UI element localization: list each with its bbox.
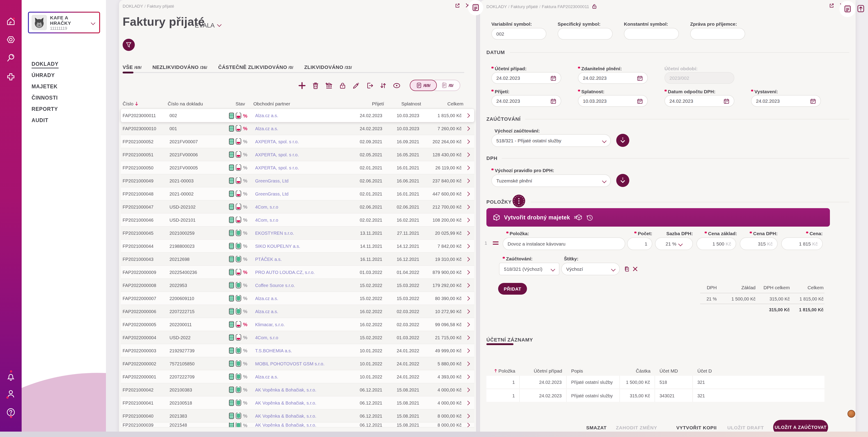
row-open-icon[interactable]: [465, 244, 470, 248]
tab-nezlikvidov-no[interactable]: NEZLIKVIDOVÁNO/36/: [152, 64, 207, 70]
row-open-icon[interactable]: [465, 348, 470, 353]
column-stav[interactable]: Stav: [227, 101, 253, 106]
column-cislo[interactable]: Číslo: [121, 101, 168, 106]
upload-icon[interactable]: [857, 4, 865, 13]
cell-partner[interactable]: Klimacar, s.r.o.: [253, 322, 348, 327]
notifications-icon[interactable]: [6, 372, 16, 381]
apply-dph-button[interactable]: [616, 174, 629, 187]
item-zauctovani-select[interactable]: 518/321 (Výchozí): [499, 263, 559, 275]
add-icon[interactable]: [298, 81, 306, 90]
invoice-row[interactable]: FAP20220000072200609110%Alza.cz a.s.15.0…: [121, 292, 474, 305]
invoice-row[interactable]: FAP20220000032192927739%T.S.BOHEMIA a.s.…: [121, 344, 474, 357]
delete-icon[interactable]: [311, 81, 320, 90]
cell-partner[interactable]: GreenGrass, Ltd: [253, 178, 348, 183]
tab-v-e[interactable]: VŠE/69/: [123, 64, 142, 70]
invoice-row[interactable]: FP20210000442198800023%SIKO KOUPELNY a.s…: [121, 240, 474, 253]
copy-item-icon[interactable]: [623, 266, 630, 272]
apply-zauctovani-button[interactable]: [616, 134, 629, 147]
cell-partner[interactable]: AK Vopěnka & Bohačiak, s.r.o.: [253, 400, 348, 405]
zahodit-zmeny-button[interactable]: ZAHODIT ZMĚNY: [616, 425, 657, 430]
row-open-icon[interactable]: [465, 374, 470, 379]
search-icon[interactable]: [6, 53, 16, 63]
invoice-row[interactable]: FP20210000522021FV00007%AXPERTA, spol. s…: [121, 135, 474, 148]
zaznamy-col-d[interactable]: Účet D: [693, 368, 825, 373]
row-open-icon[interactable]: [465, 126, 470, 131]
cena-dph-field[interactable]: 315Kč: [740, 237, 778, 250]
sort-icon[interactable]: [379, 81, 387, 90]
expand-panel-icon[interactable]: [829, 3, 834, 8]
breadcrumb-faktury[interactable]: Faktury přijaté: [511, 4, 538, 9]
accounting-record-row[interactable]: 124.02.2023Přijaté ostatní služby1 500,0…: [487, 376, 825, 388]
invoice-row[interactable]: FAP20220000027572105850%MOBIL POHOTOVOST…: [121, 357, 474, 370]
cell-partner[interactable]: 4Com, s.r.o: [253, 204, 348, 209]
edit-icon[interactable]: [352, 81, 360, 90]
invoice-row[interactable]: FP20210000512021FV00006%AXPERTA, spol. s…: [121, 148, 474, 161]
column-splatnost[interactable]: Splatnost: [384, 101, 421, 106]
invoice-row[interactable]: FAP20220000012207222709%Alza.cz a.s.10.0…: [121, 370, 474, 383]
lock-icon[interactable]: [339, 81, 347, 90]
sidebar-item-majetek[interactable]: MAJETEK: [32, 84, 58, 89]
cell-partner[interactable]: MOBIL POHOTOVOST GSM s.r.o.: [253, 361, 348, 366]
odpocet-dph-field[interactable]: 24.02.2023: [664, 95, 734, 107]
polozky-menu-button[interactable]: [513, 195, 525, 207]
home-icon[interactable]: [6, 16, 16, 26]
cell-partner[interactable]: AXPERTA, spol. s r.o.: [253, 139, 348, 144]
drag-handle[interactable]: [493, 241, 499, 244]
cell-partner[interactable]: 4Com, s.r.o: [253, 217, 348, 222]
calendar-icon[interactable]: [637, 98, 643, 104]
column-prijeti[interactable]: Přijetí: [348, 101, 384, 106]
calendar-icon[interactable]: [637, 75, 643, 81]
cell-partner[interactable]: AK Vopěnka & Bohačiak, s.r.o.: [253, 387, 348, 392]
konstantni-symbol-field[interactable]: [624, 28, 679, 40]
invoice-row[interactable]: FAP2023000010001%Alza.cz a.s.24.02.20231…: [121, 122, 474, 135]
row-open-icon[interactable]: [465, 388, 470, 392]
cell-partner[interactable]: Alza.cz a.s.: [253, 309, 348, 314]
smazat-button[interactable]: SMAZAT: [586, 425, 607, 430]
invoice-row[interactable]: FP2021000046USD-202101%4Com, s.r.o02.02.…: [121, 213, 474, 227]
row-open-icon[interactable]: [465, 335, 470, 340]
pridat-button[interactable]: PŘIDAT: [498, 283, 527, 295]
label-icon[interactable]: [393, 81, 401, 90]
cell-partner[interactable]: AK Vopěnka & Bohačiak, s.r.o.: [253, 413, 348, 418]
invoice-row[interactable]: FP202100004320212698%PTÁČEK a.s.16.11.20…: [121, 253, 474, 266]
tab--ste-n-zlikvidov-no[interactable]: ČÁSTEČNĚ ZLIKVIDOVÁNO/0/: [218, 64, 293, 70]
view-toggle-drafts[interactable]: /0/: [435, 80, 460, 91]
sidebar-item-audit[interactable]: AUDIT: [32, 117, 58, 123]
row-open-icon[interactable]: [465, 309, 470, 313]
stitky-select[interactable]: Výchozí: [561, 263, 620, 275]
sidebar-item-doklady[interactable]: DOKLADY: [32, 61, 58, 67]
zdanitelne-field[interactable]: 24.02.2023: [578, 72, 648, 84]
cell-partner[interactable]: Coffee Source s.r.o.: [253, 283, 348, 288]
sidebar-item-reporty[interactable]: REPORTY: [32, 106, 58, 112]
invoice-row[interactable]: FP2021000041202100518%AK Vopěnka & Bohač…: [121, 397, 474, 409]
vychozi-zauctovani-select[interactable]: 518/321 - Přijaté ostatní služby: [491, 134, 611, 147]
vytvorit-kopii-button[interactable]: VYTVOŘIT KOPII: [676, 425, 716, 430]
row-open-icon[interactable]: [465, 361, 470, 366]
specificky-symbol-field[interactable]: [558, 28, 613, 40]
prijeti-field[interactable]: 24.02.2023: [491, 95, 561, 107]
cell-partner[interactable]: Alza.cz a.s.: [253, 113, 348, 118]
cell-partner[interactable]: T.S.BOHEMIA a.s.: [253, 348, 348, 353]
row-open-icon[interactable]: [465, 270, 470, 274]
filter-button[interactable]: [123, 39, 135, 51]
sazba-dph-select[interactable]: 21 %: [655, 237, 693, 250]
cell-partner[interactable]: PTÁČEK a.s.: [253, 257, 348, 262]
settings-icon[interactable]: [6, 35, 16, 44]
row-open-icon[interactable]: [465, 139, 470, 144]
invoice-row[interactable]: FAP2023000011002%Alza.cz a.s.24.02.20231…: [121, 109, 474, 122]
remove-item-icon[interactable]: [632, 266, 638, 272]
dph-pravidlo-select[interactable]: Tuzemské plnění: [491, 174, 611, 187]
help-icon[interactable]: [6, 407, 16, 417]
cell-partner[interactable]: EKOSTYREN s.r.o.: [253, 230, 348, 235]
cena-zaklad-field[interactable]: 1 500Kč: [696, 237, 736, 250]
row-open-icon[interactable]: [465, 192, 470, 196]
assistant-avatar[interactable]: [847, 410, 855, 417]
export-icon[interactable]: [366, 81, 374, 90]
row-open-icon[interactable]: [465, 283, 470, 288]
invoice-row[interactable]: FP20210000482021-00002%GreenGrass, Ltd02…: [121, 188, 474, 200]
invoice-row[interactable]: FAP20220000062207222715%Alza.cz a.s.16.0…: [121, 305, 474, 318]
row-open-icon[interactable]: [465, 178, 470, 183]
sidebar-item-činnosti[interactable]: ČINNOSTI: [32, 95, 58, 100]
unlock-icon[interactable]: [592, 4, 597, 9]
invoice-row[interactable]: FP20210000492021-00003%GreenGrass, Ltd02…: [121, 174, 474, 188]
